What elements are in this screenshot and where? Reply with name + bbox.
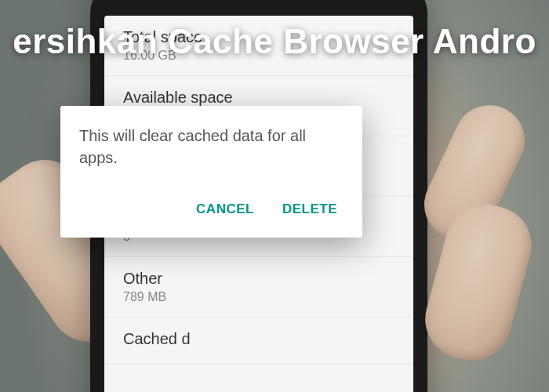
dialog-message: This will clear cached data for all apps… (79, 125, 344, 169)
item-label: Total space (123, 28, 394, 46)
item-value: 789 MB (123, 290, 394, 304)
delete-button[interactable]: DELETE (279, 197, 340, 222)
item-label: Cached d (123, 330, 394, 348)
cancel-button[interactable]: CANCEL (193, 197, 257, 222)
item-label: Other (123, 270, 394, 288)
item-label: Available space (123, 89, 394, 107)
dialog-actions: CANCEL DELETE (79, 191, 344, 230)
settings-item-cached[interactable]: Cached d (104, 318, 413, 364)
clear-cache-dialog: This will clear cached data for all apps… (60, 106, 362, 238)
item-value: 16.00 GB (123, 49, 394, 63)
settings-item-total-space[interactable]: Total space 16.00 GB (104, 16, 413, 76)
settings-item-other[interactable]: Other 789 MB (104, 257, 413, 318)
